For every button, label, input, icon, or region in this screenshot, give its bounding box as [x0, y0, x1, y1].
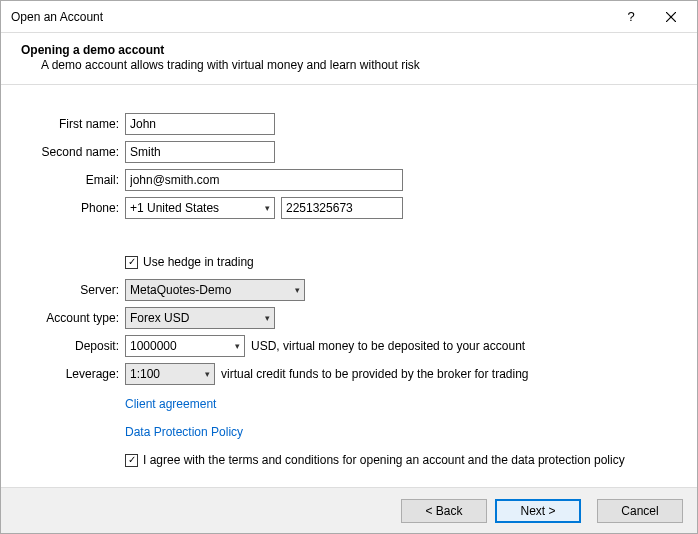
- next-button[interactable]: Next >: [495, 499, 581, 523]
- close-icon: [666, 12, 676, 22]
- chevron-down-icon: ▾: [259, 203, 270, 213]
- account-type-label: Account type:: [21, 311, 125, 325]
- help-button[interactable]: ?: [611, 3, 651, 31]
- leverage-hint: virtual credit funds to be provided by t…: [221, 367, 529, 381]
- server-select[interactable]: MetaQuotes-Demo ▾: [125, 279, 305, 301]
- data-protection-link[interactable]: Data Protection Policy: [125, 425, 243, 439]
- email-label: Email:: [21, 173, 125, 187]
- phone-country-select[interactable]: +1 United States ▾: [125, 197, 275, 219]
- deposit-value: 1000000: [130, 339, 177, 353]
- chevron-down-icon: ▾: [289, 285, 300, 295]
- chevron-down-icon: ▾: [199, 369, 210, 379]
- account-type-value: Forex USD: [130, 311, 189, 325]
- hedge-checkbox[interactable]: ✓ Use hedge in trading: [125, 255, 254, 269]
- chevron-down-icon: ▾: [259, 313, 270, 323]
- account-type-select[interactable]: Forex USD ▾: [125, 307, 275, 329]
- checkbox-icon: ✓: [125, 454, 138, 467]
- wizard-header: Opening a demo account A demo account al…: [1, 33, 697, 84]
- header-subtitle: A demo account allows trading with virtu…: [21, 58, 677, 72]
- help-icon: ?: [627, 9, 634, 24]
- first-name-input[interactable]: [125, 113, 275, 135]
- chevron-down-icon: ▾: [229, 341, 240, 351]
- wizard-footer: < Back Next > Cancel: [1, 487, 697, 533]
- phone-number-input[interactable]: [281, 197, 403, 219]
- phone-label: Phone:: [21, 201, 125, 215]
- leverage-label: Leverage:: [21, 367, 125, 381]
- form-body: First name: Second name: Email: Phone: +…: [1, 85, 697, 487]
- second-name-label: Second name:: [21, 145, 125, 159]
- client-agreement-link[interactable]: Client agreement: [125, 397, 216, 411]
- back-button[interactable]: < Back: [401, 499, 487, 523]
- titlebar: Open an Account ?: [1, 1, 697, 33]
- leverage-select[interactable]: 1:100 ▾: [125, 363, 215, 385]
- window-title: Open an Account: [11, 10, 611, 24]
- second-name-input[interactable]: [125, 141, 275, 163]
- deposit-hint: USD, virtual money to be deposited to yo…: [251, 339, 525, 353]
- email-input[interactable]: [125, 169, 403, 191]
- deposit-select[interactable]: 1000000 ▾: [125, 335, 245, 357]
- phone-country-value: +1 United States: [130, 201, 219, 215]
- server-value: MetaQuotes-Demo: [130, 283, 231, 297]
- dialog-open-account: Open an Account ? Opening a demo account…: [0, 0, 698, 534]
- agree-checkbox[interactable]: ✓ I agree with the terms and conditions …: [125, 453, 625, 467]
- checkbox-icon: ✓: [125, 256, 138, 269]
- cancel-button[interactable]: Cancel: [597, 499, 683, 523]
- hedge-label: Use hedge in trading: [143, 255, 254, 269]
- deposit-label: Deposit:: [21, 339, 125, 353]
- agree-label: I agree with the terms and conditions fo…: [143, 453, 625, 467]
- server-label: Server:: [21, 283, 125, 297]
- header-title: Opening a demo account: [21, 43, 677, 57]
- first-name-label: First name:: [21, 117, 125, 131]
- close-button[interactable]: [651, 3, 691, 31]
- leverage-value: 1:100: [130, 367, 160, 381]
